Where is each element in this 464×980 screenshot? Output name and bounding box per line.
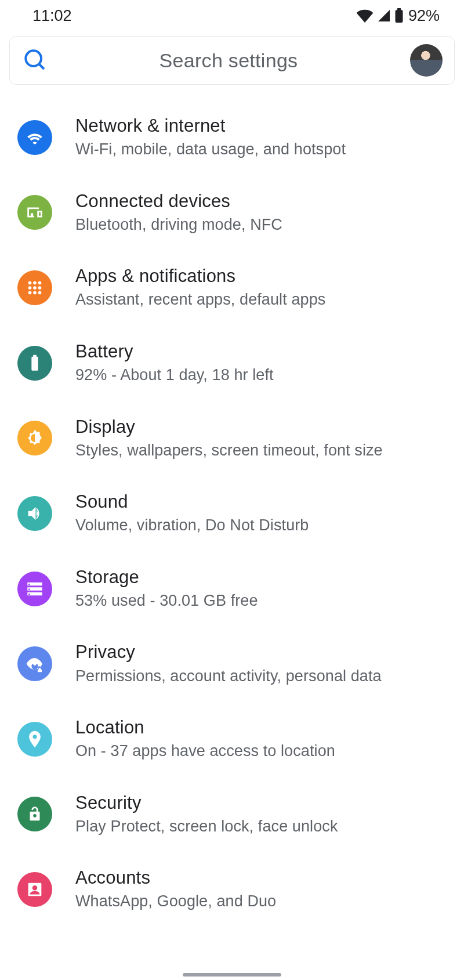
item-title: Storage: [75, 566, 448, 588]
wifi-status-icon: [356, 9, 374, 23]
item-sound[interactable]: Sound Volume, vibration, Do Not Disturb: [0, 476, 464, 551]
svg-point-5: [28, 286, 32, 290]
item-sub: Styles, wallpapers, screen timeout, font…: [75, 440, 448, 461]
item-title: Security: [75, 792, 448, 813]
item-connected-devices[interactable]: Connected devices Bluetooth, driving mod…: [0, 175, 464, 251]
svg-point-7: [38, 286, 42, 290]
devices-icon: [17, 195, 52, 230]
volume-icon: [17, 496, 52, 531]
wifi-icon: [17, 120, 52, 155]
item-sub: On - 37 apps have access to location: [75, 740, 448, 761]
item-sub: 92% - About 1 day, 18 hr left: [75, 364, 448, 385]
item-sub: WhatsApp, Google, and Duo: [75, 891, 448, 912]
account-icon: [17, 872, 52, 907]
item-title: Connected devices: [75, 190, 448, 212]
search-settings[interactable]: Search settings: [9, 36, 455, 85]
nav-indicator: [183, 973, 281, 977]
settings-list: Network & internet Wi-Fi, mobile, data u…: [0, 85, 464, 918]
cell-status-icon: [377, 9, 391, 23]
item-location[interactable]: Location On - 37 apps have access to loc…: [0, 701, 464, 777]
item-sub: Wi-Fi, mobile, data usage, and hotspot: [75, 139, 448, 160]
item-title: Display: [75, 416, 448, 437]
apps-icon: [17, 270, 52, 305]
profile-avatar[interactable]: [410, 44, 443, 77]
brightness-icon: [17, 421, 52, 455]
svg-rect-1: [397, 8, 401, 10]
svg-point-2: [28, 281, 32, 285]
svg-point-4: [38, 281, 42, 285]
item-sub: Bluetooth, driving mode, NFC: [75, 214, 448, 235]
svg-rect-0: [395, 10, 403, 23]
search-icon: [24, 49, 47, 72]
item-title: Accounts: [75, 867, 448, 888]
item-sub: Volume, vibration, Do Not Disturb: [75, 515, 448, 536]
item-apps-notifications[interactable]: Apps & notifications Assistant, recent a…: [0, 250, 464, 326]
location-icon: [17, 722, 52, 757]
battery-status-icon: [394, 8, 404, 23]
item-storage[interactable]: Storage 53% used - 30.01 GB free: [0, 551, 464, 627]
svg-point-10: [38, 291, 42, 295]
search-placeholder: Search settings: [47, 49, 410, 72]
item-title: Sound: [75, 491, 448, 512]
status-bar: 11:02 92%: [0, 0, 464, 31]
privacy-icon: [17, 646, 52, 681]
item-title: Location: [75, 717, 448, 738]
item-title: Apps & notifications: [75, 265, 448, 287]
item-privacy[interactable]: Privacy Permissions, account activity, p…: [0, 626, 464, 701]
security-icon: [17, 797, 52, 831]
item-sub: Assistant, recent apps, default apps: [75, 289, 448, 310]
svg-point-9: [33, 291, 37, 295]
item-accounts[interactable]: Accounts WhatsApp, Google, and Duo: [0, 852, 464, 918]
item-security[interactable]: Security Play Protect, screen lock, face…: [0, 777, 464, 852]
storage-icon: [17, 572, 52, 606]
battery-icon: [17, 346, 52, 381]
item-battery[interactable]: Battery 92% - About 1 day, 18 hr left: [0, 326, 464, 401]
item-title: Privacy: [75, 641, 448, 663]
item-sub: Permissions, account activity, personal …: [75, 666, 448, 686]
item-sub: Play Protect, screen lock, face unlock: [75, 816, 448, 837]
svg-point-3: [33, 281, 37, 285]
item-title: Network & internet: [75, 115, 448, 136]
item-sub: 53% used - 30.01 GB free: [75, 590, 448, 611]
battery-percent: 92%: [408, 7, 440, 25]
svg-point-8: [28, 291, 32, 295]
item-title: Battery: [75, 341, 448, 362]
item-network-internet[interactable]: Network & internet Wi-Fi, mobile, data u…: [0, 100, 464, 175]
status-right: 92%: [356, 7, 440, 25]
status-time: 11:02: [32, 7, 72, 25]
svg-point-6: [33, 286, 37, 290]
item-display[interactable]: Display Styles, wallpapers, screen timeo…: [0, 401, 464, 476]
